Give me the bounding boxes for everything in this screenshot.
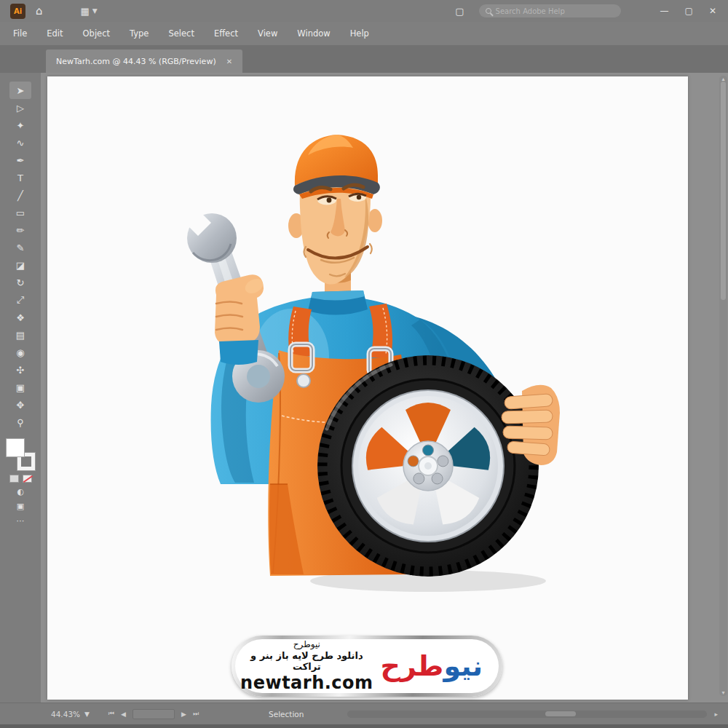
pencil-tool[interactable]: ✎: [9, 239, 31, 256]
menu-bar: FileEditObjectTypeSelectEffectViewWindow…: [0, 22, 728, 45]
document-tab[interactable]: NewTarh.com @ 44.43 % (RGB/Preview) ✕: [46, 50, 242, 73]
none-color-button[interactable]: [23, 475, 32, 483]
horizontal-scrollbar[interactable]: [347, 711, 707, 718]
minimize-button[interactable]: —: [660, 6, 669, 16]
menu-effect[interactable]: Effect: [214, 28, 238, 39]
menu-view[interactable]: View: [258, 28, 277, 39]
watermark-brand-name: نیوطرح: [240, 639, 373, 649]
menu-edit[interactable]: Edit: [47, 28, 63, 39]
document-tab-strip: NewTarh.com @ 44.43 % (RGB/Preview) ✕: [0, 45, 728, 73]
fill-stroke-control[interactable]: [6, 438, 35, 470]
magic-wand-tool[interactable]: ✦: [9, 116, 31, 134]
zoom-level-value: 44.43%: [51, 710, 80, 719]
eraser-tool[interactable]: ◪: [9, 256, 31, 274]
previous-artboard-icon[interactable]: ◀: [121, 711, 126, 718]
edit-toolbar-button[interactable]: ⋯: [9, 513, 31, 528]
workspace-grid-icon: ▦: [81, 6, 90, 17]
home-icon[interactable]: ⌂: [36, 6, 43, 17]
tool-status-label: Selection: [269, 710, 304, 719]
status-bar: 44.43% ▼ ⏮ ◀ ▶ ⏭ Selection ▸: [0, 703, 728, 728]
gradient-tool[interactable]: ▤: [9, 326, 31, 344]
type-tool[interactable]: T: [9, 169, 31, 186]
watermark-domain: newtarh.com: [240, 673, 373, 693]
menu-help[interactable]: Help: [350, 28, 369, 39]
zoom-dropdown-icon[interactable]: ▼: [84, 711, 90, 718]
app-title-bar: Ai ⌂ ▦ ▼ ▢ — ▢ ✕: [0, 0, 728, 22]
menu-select[interactable]: Select: [168, 28, 194, 39]
artboard[interactable]: نیوطرح نیوطرح دانلود طرح لایه باز بنر و …: [47, 76, 688, 700]
shape-builder-tool[interactable]: ❖: [9, 309, 31, 326]
search-icon: [486, 8, 491, 14]
canvas-pasteboard[interactable]: نیوطرح نیوطرح دانلود طرح لایه باز بنر و …: [41, 73, 728, 703]
fill-color-swatch[interactable]: [6, 438, 25, 457]
restore-button[interactable]: ▢: [685, 6, 693, 16]
zoom-tool[interactable]: ⚲: [9, 414, 31, 431]
scroll-right-icon[interactable]: ▸: [714, 711, 718, 718]
close-button[interactable]: ✕: [709, 6, 716, 16]
vertical-scrollbar-thumb[interactable]: [721, 82, 726, 300]
illustrator-window: { "app": { "logo_text": "Ai", "search_pl…: [0, 0, 728, 728]
direct-selection-tool[interactable]: ▷: [9, 99, 31, 116]
color-mode-button[interactable]: [9, 475, 19, 483]
artboard-tool[interactable]: ▣: [9, 379, 31, 396]
mechanic-with-tire-artwork: [47, 76, 688, 700]
workspace-switcher[interactable]: ▦ ▼: [81, 6, 98, 17]
drawing-mode-button[interactable]: ◐: [9, 484, 31, 499]
rectangle-tool[interactable]: ▭: [9, 204, 31, 221]
hand-tool[interactable]: ✥: [9, 396, 31, 414]
scroll-down-icon[interactable]: ▾: [719, 689, 727, 696]
vertical-scrollbar[interactable]: ▴ ▾: [719, 76, 727, 696]
menu-file[interactable]: File: [13, 28, 27, 39]
artboard-navigation: ⏮ ◀ ▶ ⏭: [108, 709, 199, 719]
newtarh-logo: نیوطرح: [373, 652, 483, 680]
next-artboard-icon[interactable]: ▶: [181, 711, 186, 718]
draw-normal-mode-button[interactable]: ▣: [9, 499, 31, 513]
chevron-down-icon: ▼: [92, 7, 98, 15]
eyedropper-tool[interactable]: ◉: [9, 344, 31, 361]
menu-window[interactable]: Window: [297, 28, 330, 39]
tools-panel: ➤▷✦∿✒T╱▭✏✎◪↻⤢❖▤◉✣▣✥⚲ ◐ ▣ ⋯: [0, 73, 41, 703]
help-search-box[interactable]: [479, 4, 621, 17]
menu-type[interactable]: Type: [130, 28, 149, 39]
illustrator-app-icon: Ai: [10, 4, 25, 19]
document-setup-icon[interactable]: ▢: [455, 6, 464, 17]
newtarh-watermark-badge: نیوطرح نیوطرح دانلود طرح لایه باز بنر و …: [232, 636, 502, 697]
tab-close-icon[interactable]: ✕: [226, 58, 232, 66]
selection-tool[interactable]: ➤: [9, 82, 31, 99]
horizontal-scrollbar-thumb[interactable]: [545, 711, 576, 716]
zoom-level-control[interactable]: 44.43% ▼: [51, 710, 90, 719]
document-tab-title: NewTarh.com @ 44.43 % (RGB/Preview): [56, 57, 216, 66]
menu-object[interactable]: Object: [83, 28, 110, 39]
first-artboard-icon[interactable]: ⏮: [108, 710, 114, 718]
pen-tool[interactable]: ✒: [9, 151, 31, 169]
lasso-tool[interactable]: ∿: [9, 134, 31, 151]
rotate-tool[interactable]: ↻: [9, 274, 31, 291]
search-input[interactable]: [496, 7, 614, 15]
scale-tool[interactable]: ⤢: [9, 291, 31, 309]
last-artboard-icon[interactable]: ⏭: [193, 710, 199, 718]
artboard-number-field[interactable]: [132, 709, 175, 719]
paintbrush-tool[interactable]: ✏: [9, 221, 31, 239]
watermark-tagline: دانلود طرح لایه باز بنر و تراکت: [240, 650, 373, 672]
blend-tool[interactable]: ✣: [9, 361, 31, 379]
line-segment-tool[interactable]: ╱: [9, 186, 31, 204]
